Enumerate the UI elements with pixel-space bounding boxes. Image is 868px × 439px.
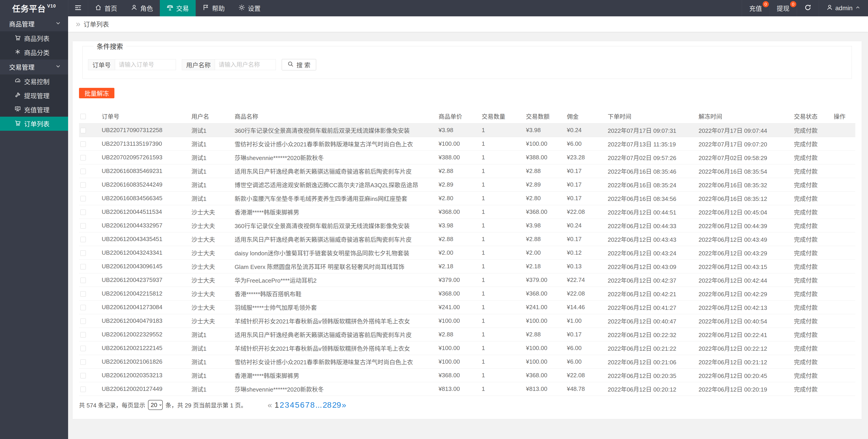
page-link[interactable]: 6 [300, 400, 304, 409]
page-link[interactable]: » [342, 400, 346, 409]
created-at-cell: 2022年07月13日 11:35:19 [606, 137, 696, 151]
row-checkbox[interactable] [80, 142, 86, 147]
row-checkbox[interactable] [80, 250, 86, 256]
recharge-button[interactable]: 充值 0 [742, 0, 769, 17]
sidebar-group-products[interactable]: 商品管理 [0, 17, 68, 31]
unfrozen-at-cell: 2022年07月17日 09:07:44 [696, 123, 792, 137]
page-link[interactable]: 8 [310, 400, 315, 409]
sidebar-item-label: 订单列表 [24, 119, 50, 128]
commission-cell: ¥22.08 [564, 287, 606, 300]
status-cell: 完成付款 [792, 300, 832, 314]
unit-price-cell: ¥100.00 [436, 355, 479, 368]
search-icon [287, 61, 294, 69]
main-area: » 订单列表 条件搜索 订单号 用户名称 搜 索 [68, 0, 868, 419]
row-checkbox[interactable] [80, 305, 86, 310]
page-size-select[interactable]: 20 [148, 400, 163, 410]
amount-cell: ¥2.89 [524, 178, 564, 191]
sidebar-item-product-category[interactable]: 商品分类 [0, 45, 68, 60]
unit-price-cell: ¥2.89 [436, 178, 479, 191]
order-no-cell: UB2207170907312258 [99, 123, 189, 137]
row-checkbox[interactable] [80, 182, 86, 188]
row-checkbox[interactable] [80, 359, 86, 365]
row-checkbox[interactable] [80, 237, 86, 242]
order-no-cell: UB2206120040479183 [99, 314, 189, 327]
app-logo: 任务平台 V10 [0, 0, 68, 17]
product-cell: 雪纺衬衫女设计感小众2021春季新款韩版港味复古洋气时尚白色上衣 [232, 137, 436, 151]
row-checkbox[interactable] [80, 210, 86, 215]
row-checkbox[interactable] [80, 346, 86, 351]
actions-cell [832, 355, 855, 368]
sidebar-item-product-list[interactable]: 商品列表 [0, 31, 68, 45]
order-no-cell: UB2206120042375937 [99, 273, 189, 287]
page-link[interactable]: « [268, 400, 272, 409]
page-link[interactable]: ... [315, 400, 322, 409]
refresh-button[interactable] [797, 0, 819, 17]
username-cell: 沙士大夫 [189, 205, 232, 219]
table-row: UB2206160835469231 测试1 适用东风日产轩逸经典老新天籁骐达骊… [79, 164, 855, 178]
product-cell: 360行车记录仪全景高清夜视倒车载前后双录无线流媒体影像免安装 [232, 123, 436, 137]
page-link[interactable]: 4 [290, 400, 294, 409]
row-checkbox[interactable] [80, 264, 86, 270]
amount-cell: ¥2.88 [524, 232, 564, 246]
created-at-cell: 2022年06月16日 08:34:56 [606, 191, 696, 205]
nav-item-role[interactable]: 角色 [124, 0, 160, 17]
table-row: UB2206160835244249 测试1 博世空调滤芯适用途观安新朗逸迈腾C… [79, 178, 855, 191]
unfrozen-at-cell: 2022年07月02日 09:58:29 [696, 151, 792, 164]
actions-cell [832, 287, 855, 300]
row-checkbox[interactable] [80, 223, 86, 228]
commission-cell: ¥0.17 [564, 327, 606, 341]
product-cell: 香港******韩版百搭帆布鞋 [232, 287, 436, 300]
row-checkbox[interactable] [80, 196, 86, 201]
sidebar-item-label: 交易控制 [24, 77, 50, 86]
row-checkbox[interactable] [80, 291, 86, 297]
sidebar-group-trade[interactable]: 交易管理 [0, 60, 68, 74]
sidebar-item-recharge-mgmt[interactable]: 充值管理 [0, 103, 68, 117]
row-checkbox[interactable] [80, 128, 86, 133]
row-checkbox[interactable] [80, 318, 86, 324]
search-button-label: 搜 索 [297, 60, 311, 69]
nav-item-help[interactable]: 帮助 [196, 0, 231, 17]
sidebar-item-trade-control[interactable]: 交易控制 [0, 74, 68, 89]
sidebar-item-withdraw-mgmt[interactable]: 提现管理 [0, 89, 68, 103]
sidebar-item-order-list[interactable]: 订单列表 [0, 117, 68, 131]
page-link[interactable]: 5 [295, 400, 299, 409]
order-no-cell: UB2206160835469231 [99, 164, 189, 178]
table-footer: 共 574 条记录，每页显示 20 条，共 29 页当前显示第 1 页。 « 1… [79, 400, 855, 410]
order-no-cell: UB2207020957261593 [99, 151, 189, 164]
row-checkbox[interactable] [80, 386, 86, 392]
breadcrumb-separator-icon: » [76, 20, 80, 28]
created-at-cell: 2022年06月16日 08:35:24 [606, 178, 696, 191]
row-checkbox[interactable] [80, 332, 86, 338]
created-at-cell: 2022年06月12日 00:20:35 [606, 368, 696, 382]
app-version: V10 [47, 3, 56, 9]
withdraw-button[interactable]: 提现 0 [769, 0, 797, 17]
page-link[interactable]: 29 [332, 400, 341, 409]
row-checkbox[interactable] [80, 373, 86, 378]
row-checkbox[interactable] [80, 155, 86, 160]
row-checkbox[interactable] [80, 278, 86, 283]
row-checkbox[interactable] [80, 169, 86, 174]
page-link[interactable]: 2 [280, 400, 284, 409]
page-link[interactable]: 7 [305, 400, 309, 409]
table-row: UB2206120020127449 测试1 莎琳shevennie******… [79, 382, 855, 396]
nav-item-trade[interactable]: 交易 [160, 0, 196, 17]
order-no-input[interactable] [115, 59, 176, 70]
unit-price-cell: ¥3.98 [436, 219, 479, 232]
page-link[interactable]: 28 [323, 400, 332, 409]
commission-cell: ¥6.00 [564, 355, 606, 368]
page-link[interactable]: 1 [275, 400, 279, 409]
batch-unfreeze-button[interactable]: 批量解冻 [79, 88, 115, 98]
nav-item-home[interactable]: 首页 [88, 0, 124, 17]
nav-item-settings[interactable]: 设置 [231, 0, 268, 17]
qty-cell: 1 [479, 178, 524, 191]
sidebar-toggle-button[interactable] [68, 0, 88, 17]
row-checkbox-cell [79, 246, 99, 259]
select-all-checkbox[interactable] [80, 114, 86, 119]
search-button[interactable]: 搜 索 [282, 59, 316, 70]
page-link[interactable]: 3 [285, 400, 289, 409]
col-created-at: 下单时间 [606, 109, 696, 123]
user-menu[interactable]: admin [819, 0, 868, 17]
actions-cell [832, 137, 855, 151]
username-input[interactable] [215, 59, 276, 70]
status-cell: 完成付款 [792, 205, 832, 219]
